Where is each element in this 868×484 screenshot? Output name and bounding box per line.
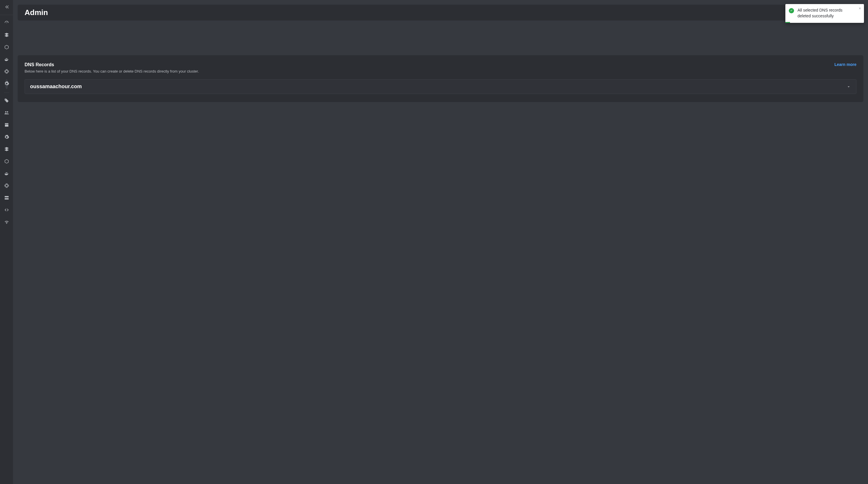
toast-progress-bar	[785, 22, 790, 23]
nav-dashboard[interactable]	[4, 17, 9, 29]
nav-docker[interactable]	[4, 54, 9, 66]
dns-panel: DNS Records Below here is a list of your…	[18, 55, 863, 102]
docker-icon	[4, 57, 9, 63]
toast-success: All selected DNS records deleted success…	[785, 4, 864, 23]
nav-stack-2[interactable]	[4, 144, 9, 156]
nav-chip-2[interactable]	[4, 180, 9, 192]
panel-subtitle: Below here is a list of your DNS records…	[25, 69, 199, 74]
nav-cube-2[interactable]	[4, 156, 9, 168]
chevron-down-icon	[846, 84, 851, 89]
domain-name: oussamaachour.com	[30, 84, 82, 90]
nav-stack[interactable]	[4, 29, 9, 41]
nav-chip[interactable]	[4, 66, 9, 78]
team-icon	[4, 110, 9, 116]
docker-icon	[4, 171, 9, 177]
check-circle-icon	[789, 8, 794, 13]
tag-icon	[4, 98, 9, 104]
collapse-left-icon	[4, 4, 9, 11]
main-content: Admin aws:us-east-1 DNS Records Below he…	[13, 0, 868, 484]
nav-tag[interactable]	[4, 95, 9, 107]
chip-icon	[4, 69, 9, 75]
wifi-icon	[4, 220, 9, 226]
cube-icon	[4, 159, 9, 165]
nav-wifi[interactable]	[4, 217, 9, 229]
sidebar	[0, 0, 13, 484]
learn-more-link[interactable]: Learn more	[835, 62, 857, 67]
nav-global-settings[interactable]	[4, 132, 9, 144]
server-icon	[4, 195, 9, 201]
chip-icon	[4, 183, 9, 189]
nav-deploy[interactable]	[4, 119, 9, 132]
cube-icon	[4, 45, 9, 51]
stack-icon	[4, 147, 9, 153]
gear-icon	[4, 135, 9, 141]
sidebar-toggle[interactable]	[0, 0, 13, 15]
nav-server[interactable]	[4, 192, 9, 204]
close-icon[interactable]: ×	[859, 6, 861, 10]
panel-header: DNS Records Below here is a list of your…	[25, 62, 857, 74]
nav-cube[interactable]	[4, 41, 9, 54]
code-icon	[4, 207, 9, 213]
gear-icon	[4, 81, 9, 87]
toast-message: All selected DNS records deleted success…	[798, 8, 843, 18]
panel-title: DNS Records	[25, 62, 199, 67]
stack-icon	[4, 32, 9, 39]
domain-row[interactable]: oussamaachour.com	[25, 79, 857, 94]
nav-docker-2[interactable]	[4, 168, 9, 180]
nav-settings[interactable]	[4, 78, 9, 90]
nav-code[interactable]	[4, 204, 9, 217]
header-bar: Admin aws:us-east-1	[18, 5, 863, 21]
deploy-icon	[4, 122, 9, 129]
nav-team[interactable]	[4, 107, 9, 119]
dashboard-icon	[4, 20, 9, 27]
page-title: Admin	[25, 8, 48, 17]
